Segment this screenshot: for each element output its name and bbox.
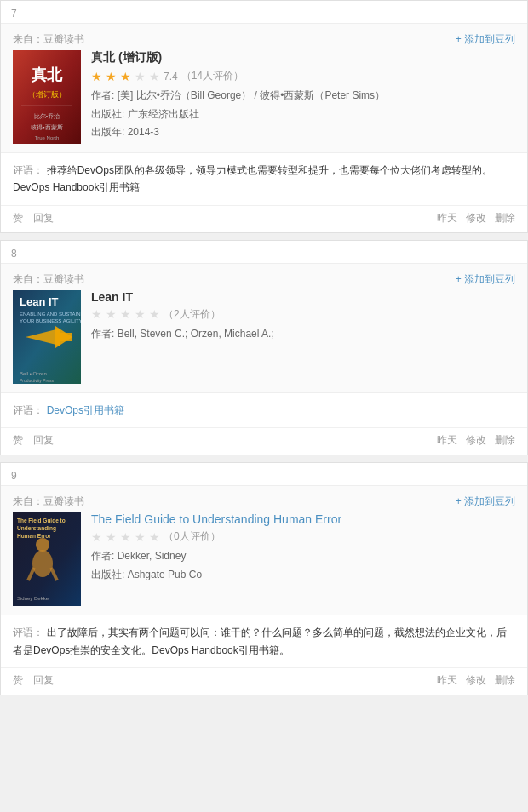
comment-section-8: 评语： DevOps引用书籍 bbox=[1, 393, 527, 427]
star-9-1: ★ bbox=[91, 530, 102, 544]
delete-btn-9[interactable]: 删除 bbox=[495, 673, 515, 688]
star-8-4: ★ bbox=[135, 307, 146, 321]
svg-text:True North: True North bbox=[35, 135, 59, 140]
svg-text:Sidney Dekker: Sidney Dekker bbox=[17, 596, 50, 601]
book-info-7: 真北 (增订版) ★ ★ ★ ★ ★ 7.4 （14人评价） 作者: [美] 比… bbox=[91, 50, 515, 144]
comment-label-7: 评语： bbox=[13, 164, 43, 176]
book-section-8: 来自：豆瓣读书 + 添加到豆列 Lean IT ENABLING AND SUS… bbox=[1, 263, 527, 393]
action-bar-8: 赞 回复 昨天 修改 删除 bbox=[1, 427, 527, 455]
svg-text:YOUR BUSINESS AGILITY: YOUR BUSINESS AGILITY bbox=[20, 318, 81, 323]
book-cover-leanit: Lean IT ENABLING AND SUSTAINING YOUR BUS… bbox=[13, 290, 81, 384]
action-time-9: 昨天 bbox=[437, 673, 457, 688]
book-info-9: The Field Guide to Understanding Human E… bbox=[91, 512, 515, 606]
star-8-5: ★ bbox=[149, 307, 160, 321]
action-bar-7: 赞 回复 昨天 修改 删除 bbox=[1, 205, 527, 232]
action-bar-9: 赞 回复 昨天 修改 删除 bbox=[1, 667, 527, 695]
svg-text:The Field Guide to: The Field Guide to bbox=[17, 518, 66, 523]
svg-text:Understanding: Understanding bbox=[17, 525, 56, 532]
action-right-8: 昨天 修改 删除 bbox=[437, 433, 515, 448]
book-meta-7: 作者: [美] 比尔•乔治（Bill George） / 彼得•西蒙斯（Pete… bbox=[91, 87, 515, 142]
like-btn-9[interactable]: 赞 bbox=[13, 673, 23, 688]
book-cover-zhenbei: 真北 （增订版） 比尔•乔治 彼得•西蒙斯 True North bbox=[13, 50, 81, 144]
card-number-8: 8 bbox=[1, 241, 527, 263]
book-title-8: Lean IT bbox=[91, 290, 515, 304]
book-content-7: 真北 （增订版） 比尔•乔治 彼得•西蒙斯 True North 真北 (增订版… bbox=[13, 50, 515, 144]
book-meta-8: 作者: Bell, Steven C.; Orzen, Michael A.; bbox=[91, 325, 515, 344]
svg-text:Bell • Orzen: Bell • Orzen bbox=[20, 371, 47, 376]
card-7: 7 来自：豆瓣读书 + 添加到豆列 真北 （增订版） bbox=[0, 0, 528, 233]
star-4: ★ bbox=[135, 70, 146, 83]
reply-btn-8[interactable]: 回复 bbox=[33, 433, 54, 448]
comment-label-9: 评语： bbox=[13, 626, 43, 638]
action-time-7: 昨天 bbox=[437, 211, 457, 226]
svg-text:彼得•西蒙斯: 彼得•西蒙斯 bbox=[31, 124, 62, 131]
action-left-9: 赞 回复 bbox=[13, 673, 54, 688]
edit-btn-7[interactable]: 修改 bbox=[466, 211, 486, 226]
action-left-7: 赞 回复 bbox=[13, 211, 54, 226]
book-content-9: The Field Guide to Understanding Human E… bbox=[13, 512, 515, 606]
rating-count-8: （2人评价） bbox=[164, 307, 221, 322]
star-5: ★ bbox=[149, 70, 160, 83]
action-time-8: 昨天 bbox=[437, 433, 457, 448]
star-9-4: ★ bbox=[135, 530, 146, 544]
star-9-2: ★ bbox=[106, 530, 117, 544]
delete-btn-7[interactable]: 删除 bbox=[495, 211, 515, 226]
book-source-8: 来自：豆瓣读书 bbox=[13, 273, 84, 285]
reply-btn-7[interactable]: 回复 bbox=[33, 211, 54, 226]
book-source-9: 来自：豆瓣读书 bbox=[13, 495, 84, 507]
book-source-7: 来自：豆瓣读书 bbox=[13, 33, 84, 45]
book-meta-8-line-1: 作者: Bell, Steven C.; Orzen, Michael A.; bbox=[91, 325, 515, 344]
star-8-3: ★ bbox=[120, 307, 131, 321]
action-right-9: 昨天 修改 删除 bbox=[437, 673, 515, 688]
edit-btn-9[interactable]: 修改 bbox=[466, 673, 486, 688]
book-content-8: Lean IT ENABLING AND SUSTAINING YOUR BUS… bbox=[13, 290, 515, 384]
stars-9: ★ ★ ★ ★ ★ （0人评价） bbox=[91, 529, 515, 544]
edit-btn-8[interactable]: 修改 bbox=[466, 433, 486, 448]
svg-text:真北: 真北 bbox=[32, 66, 63, 83]
book-meta-line-1: 作者: [美] 比尔•乔治（Bill George） / 彼得•西蒙斯（Pete… bbox=[91, 87, 515, 106]
star-9-5: ★ bbox=[149, 530, 160, 544]
book-section-9: 来自：豆瓣读书 + 添加到豆列 bbox=[1, 485, 527, 615]
add-to-list-8[interactable]: + 添加到豆列 bbox=[456, 272, 515, 287]
action-left-8: 赞 回复 bbox=[13, 433, 54, 448]
reply-btn-9[interactable]: 回复 bbox=[33, 673, 54, 688]
card-number-9: 9 bbox=[1, 463, 527, 485]
svg-point-17 bbox=[32, 550, 53, 577]
delete-btn-8[interactable]: 删除 bbox=[495, 433, 515, 448]
book-meta-line-2: 出版社: 广东经济出版社 bbox=[91, 106, 515, 124]
card-9: 9 来自：豆瓣读书 + 添加到豆列 bbox=[0, 462, 528, 695]
card-8: 8 来自：豆瓣读书 + 添加到豆列 Lean IT ENAB bbox=[0, 240, 528, 455]
svg-text:（增订版）: （增订版） bbox=[28, 90, 66, 99]
comment-section-9: 评语： 出了故障后，其实有两个问题可以问：谁干的？什么问题？多么简单的问题，截然… bbox=[1, 615, 527, 667]
add-to-list-7[interactable]: + 添加到豆列 bbox=[456, 32, 515, 47]
book-meta-9-line-1: 作者: Dekker, Sidney bbox=[91, 547, 515, 566]
star-1: ★ bbox=[91, 70, 102, 83]
book-meta-line-3: 出版年: 2014-3 bbox=[91, 123, 515, 142]
star-3: ★ bbox=[120, 70, 131, 83]
book-title-9: The Field Guide to Understanding Human E… bbox=[91, 512, 515, 526]
like-btn-7[interactable]: 赞 bbox=[13, 211, 23, 226]
svg-text:Lean IT: Lean IT bbox=[20, 295, 59, 308]
star-2: ★ bbox=[106, 70, 117, 83]
comment-text-9: 出了故障后，其实有两个问题可以问：谁干的？什么问题？多么简单的问题，截然想法的企… bbox=[13, 626, 507, 655]
comment-text-7: 推荐给DevOps团队的各级领导，领导力模式也需要转型和提升，也需要每个位大佬们… bbox=[13, 164, 492, 193]
svg-text:比尔•乔治: 比尔•乔治 bbox=[34, 113, 60, 120]
stars-8: ★ ★ ★ ★ ★ （2人评价） bbox=[91, 307, 515, 322]
svg-text:ENABLING AND SUSTAINING: ENABLING AND SUSTAINING bbox=[20, 312, 81, 317]
svg-text:Productivity Press: Productivity Press bbox=[20, 378, 55, 383]
action-right-7: 昨天 修改 删除 bbox=[437, 211, 515, 226]
comment-label-8: 评语： bbox=[13, 404, 43, 416]
rating-score-7: 7.4 bbox=[164, 71, 178, 83]
book-title-7: 真北 (增订版) bbox=[91, 50, 515, 66]
add-to-list-9[interactable]: + 添加到豆列 bbox=[456, 495, 515, 509]
star-9-3: ★ bbox=[120, 530, 131, 544]
svg-text:Human Error: Human Error bbox=[17, 533, 51, 539]
card-number-7: 7 bbox=[1, 1, 527, 23]
book-meta-9: 作者: Dekker, Sidney 出版社: Ashgate Pub Co bbox=[91, 547, 515, 584]
svg-point-16 bbox=[36, 538, 49, 552]
rating-count-9: （0人评价） bbox=[164, 529, 221, 544]
comment-text-8: DevOps引用书籍 bbox=[47, 404, 124, 416]
like-btn-8[interactable]: 赞 bbox=[13, 433, 23, 448]
comment-section-7: 评语： 推荐给DevOps团队的各级领导，领导力模式也需要转型和提升，也需要每个… bbox=[1, 153, 527, 205]
book-section-7: 来自：豆瓣读书 + 添加到豆列 真北 （增订版） bbox=[1, 23, 527, 153]
